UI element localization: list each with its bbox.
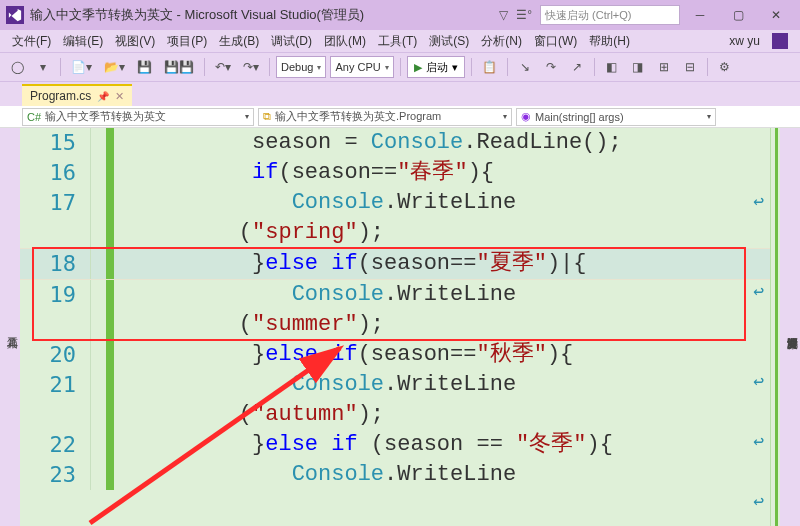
tool-6-button[interactable]: ⚙ [714,56,736,78]
new-project-button[interactable]: 📄▾ [67,56,96,78]
signed-in-user[interactable]: xw yu [723,34,766,48]
titlebar: 输入中文季节转换为英文 - Microsoft Visual Studio(管理… [0,0,800,30]
csharp-icon: C# [27,111,41,123]
right-panels: 解决方案资源管理器 团队资源管理器 诊断工具 属性 [780,128,800,526]
scope-dropdown[interactable]: C# 输入中文季节转换为英文▾ [22,108,254,126]
tool-5-button[interactable]: ⊟ [679,56,701,78]
notifications-icon[interactable]: ▽ [499,8,508,22]
line-number: 19 [20,280,90,310]
code-editor[interactable]: 15 season = Console.ReadLine(); 16 if(se… [20,128,770,526]
code-line: Console.WriteLine [114,460,516,490]
member-dropdown[interactable]: ◉ Main(string[] args)▾ [516,108,716,126]
line-number: 18 [20,249,90,279]
start-debug-button[interactable]: ▶启动▾ [407,56,465,78]
vs-logo-icon [6,6,24,24]
wrap-return-icon: ↩ [753,190,764,212]
platform-dropdown[interactable]: Any CPU▾ [330,56,393,78]
step-over-button[interactable]: ↷ [540,56,562,78]
wrap-return-icon: ↩ [753,280,764,302]
code-line: ("spring"); [114,218,384,248]
toolbox-panel-tab[interactable]: 工具箱 [0,128,20,526]
maximize-button[interactable]: ▢ [720,4,756,26]
tool-4-button[interactable]: ⊞ [653,56,675,78]
save-button[interactable]: 💾 [133,56,156,78]
nav-fwd-button[interactable]: ▾ [32,56,54,78]
user-avatar-icon[interactable] [772,33,788,49]
quick-launch-input[interactable]: 快速启动 (Ctrl+Q) [540,5,680,25]
toolbar: ◯ ▾ 📄▾ 📂▾ 💾 💾💾 ↶▾ ↷▾ Debug▾ Any CPU▾ ▶启动… [0,52,800,82]
code-line: season = Console.ReadLine(); [114,128,622,158]
wrap-return-icon: ↩ [753,370,764,392]
code-line: if(season=="春季"){ [114,158,494,188]
menu-analyze[interactable]: 分析(N) [475,33,528,50]
open-button[interactable]: 📂▾ [100,56,129,78]
close-button[interactable]: ✕ [758,4,794,26]
wrap-return-icon: ↩ [753,430,764,452]
tab-label: Program.cs [30,89,91,103]
menu-edit[interactable]: 编辑(E) [57,33,109,50]
menu-help[interactable]: 帮助(H) [583,33,636,50]
feedback-icon[interactable]: ☰° [516,8,532,22]
redo-button[interactable]: ↷▾ [239,56,263,78]
code-line: }else if(season=="夏季")|{ [114,249,587,279]
line-number: 20 [20,340,90,370]
menu-window[interactable]: 窗口(W) [528,33,583,50]
tool-3-button[interactable]: ◨ [627,56,649,78]
code-line: }else if (season == "冬季"){ [114,430,613,460]
method-icon: ◉ [521,110,531,123]
wrap-return-icon: ↩ [753,490,764,512]
menu-file[interactable]: 文件(F) [6,33,57,50]
step-into-button[interactable]: ↘ [514,56,536,78]
window-title: 输入中文季节转换为英文 - Microsoft Visual Studio(管理… [30,6,364,24]
menu-test[interactable]: 测试(S) [423,33,475,50]
code-line: Console.WriteLine [114,188,516,218]
undo-button[interactable]: ↶▾ [211,56,235,78]
code-line: ("autumn"); [114,400,384,430]
tabstrip: Program.cs 📌 ✕ [0,82,800,106]
menu-team[interactable]: 团队(M) [318,33,372,50]
editor-main: 工具箱 15 season = Console.ReadLine(); 16 i… [0,128,800,526]
close-tab-icon[interactable]: ✕ [115,90,124,103]
menu-tools[interactable]: 工具(T) [372,33,423,50]
line-number: 23 [20,460,90,490]
line-number: 22 [20,430,90,460]
save-all-button[interactable]: 💾💾 [160,56,198,78]
step-out-button[interactable]: ↗ [566,56,588,78]
code-line: Console.WriteLine [114,280,516,310]
code-line: ("summer"); [114,310,384,340]
code-line: }else if(season=="秋季"){ [114,340,573,370]
class-icon: ⧉ [263,110,271,123]
tool-2-button[interactable]: ◧ [601,56,623,78]
menu-project[interactable]: 项目(P) [161,33,213,50]
tool-1-button[interactable]: 📋 [478,56,501,78]
line-number: 15 [20,128,90,158]
minimize-button[interactable]: ─ [682,4,718,26]
nav-back-button[interactable]: ◯ [6,56,28,78]
line-number: 21 [20,370,90,400]
navbar: C# 输入中文季节转换为英文▾ ⧉ 输入中文季节转换为英文.Program▾ ◉… [0,106,800,128]
editor-tab-program[interactable]: Program.cs 📌 ✕ [22,84,132,106]
menu-view[interactable]: 视图(V) [109,33,161,50]
line-number: 16 [20,158,90,188]
pin-icon[interactable]: 📌 [97,91,109,102]
menu-debug[interactable]: 调试(D) [265,33,318,50]
class-dropdown[interactable]: ⧉ 输入中文季节转换为英文.Program▾ [258,108,512,126]
menu-build[interactable]: 生成(B) [213,33,265,50]
code-line: Console.WriteLine [114,370,516,400]
config-dropdown[interactable]: Debug▾ [276,56,326,78]
line-number: 17 [20,188,90,218]
menubar: 文件(F) 编辑(E) 视图(V) 项目(P) 生成(B) 调试(D) 团队(M… [0,30,800,52]
scroll-map[interactable] [770,128,780,526]
quick-launch-placeholder: 快速启动 (Ctrl+Q) [545,8,631,23]
